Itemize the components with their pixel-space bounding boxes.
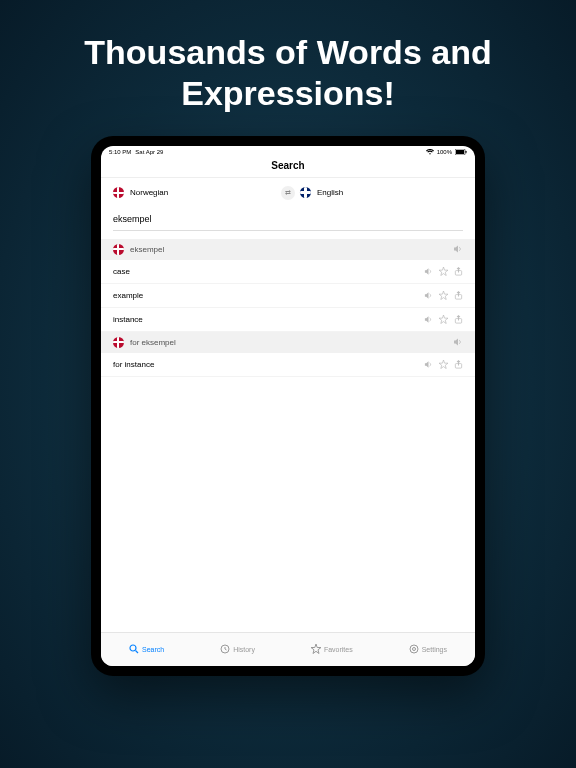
svg-point-10 <box>410 645 418 653</box>
tab-settings[interactable]: Settings <box>409 644 447 654</box>
result-text: example <box>113 291 143 300</box>
svg-rect-2 <box>466 150 467 152</box>
svg-point-7 <box>130 645 136 651</box>
source-language-label: Norwegian <box>130 188 168 197</box>
norway-flag-icon <box>113 187 124 198</box>
wifi-icon <box>426 149 434 155</box>
battery-text: 100% <box>437 149 452 155</box>
results-list: eksempel case example <box>101 239 475 632</box>
star-icon[interactable] <box>439 315 448 324</box>
star-icon[interactable] <box>439 360 448 369</box>
tab-history[interactable]: History <box>220 644 255 654</box>
svg-point-11 <box>412 648 415 651</box>
speak-icon[interactable] <box>453 244 463 254</box>
svg-rect-1 <box>456 150 464 154</box>
share-icon[interactable] <box>454 267 463 276</box>
tab-bar: Search History Favorites Settings <box>101 632 475 666</box>
result-text: case <box>113 267 130 276</box>
group-header-text: for eksempel <box>130 338 176 347</box>
result-group-header: eksempel <box>101 239 475 260</box>
status-bar: 5:10 PM Sat Apr 29 100% <box>101 146 475 158</box>
norway-flag-icon <box>113 244 124 255</box>
speak-icon[interactable] <box>424 267 433 276</box>
tab-label: History <box>233 646 255 653</box>
source-language[interactable]: Norwegian <box>113 187 276 198</box>
search-icon <box>129 644 139 654</box>
target-language-label: English <box>317 188 343 197</box>
star-icon <box>311 644 321 654</box>
group-header-text: eksempel <box>130 245 164 254</box>
share-icon[interactable] <box>454 291 463 300</box>
star-icon[interactable] <box>439 267 448 276</box>
speak-icon[interactable] <box>424 315 433 324</box>
result-group-header: for eksempel <box>101 332 475 353</box>
result-row[interactable]: for instance <box>101 353 475 377</box>
norway-flag-icon <box>113 337 124 348</box>
result-row[interactable]: case <box>101 260 475 284</box>
gear-icon <box>409 644 419 654</box>
tab-label: Search <box>142 646 164 653</box>
swap-languages-button[interactable]: ⇄ <box>281 186 295 200</box>
clock-icon <box>220 644 230 654</box>
page-title: Search <box>101 158 475 178</box>
star-icon[interactable] <box>439 291 448 300</box>
tab-label: Favorites <box>324 646 353 653</box>
screen: 5:10 PM Sat Apr 29 100% Search Norwegian… <box>101 146 475 666</box>
status-date: Sat Apr 29 <box>135 149 163 155</box>
device-frame: 5:10 PM Sat Apr 29 100% Search Norwegian… <box>91 136 485 676</box>
result-row[interactable]: instance <box>101 308 475 332</box>
tab-favorites[interactable]: Favorites <box>311 644 353 654</box>
status-time: 5:10 PM <box>109 149 131 155</box>
result-text: instance <box>113 315 143 324</box>
share-icon[interactable] <box>454 360 463 369</box>
battery-icon <box>455 149 467 155</box>
tab-search[interactable]: Search <box>129 644 164 654</box>
result-text: for instance <box>113 360 154 369</box>
language-selector: Norwegian ⇄ English <box>101 178 475 208</box>
headline: Thousands of Words and Expressions! <box>0 0 576 136</box>
svg-line-8 <box>135 651 138 654</box>
result-row[interactable]: example <box>101 284 475 308</box>
speak-icon[interactable] <box>424 291 433 300</box>
target-language[interactable]: English <box>300 187 463 198</box>
tab-label: Settings <box>422 646 447 653</box>
search-input[interactable] <box>113 208 463 231</box>
speak-icon[interactable] <box>424 360 433 369</box>
english-flag-icon <box>300 187 311 198</box>
share-icon[interactable] <box>454 315 463 324</box>
speak-icon[interactable] <box>453 337 463 347</box>
